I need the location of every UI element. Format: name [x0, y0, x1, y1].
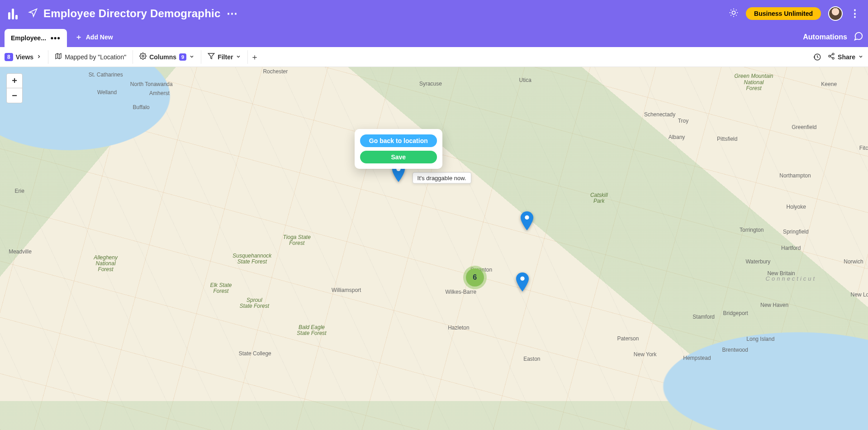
city-label: New Haven: [760, 302, 788, 308]
forest-label: CatskillPark: [590, 192, 608, 204]
chevron-right-icon: [36, 53, 42, 61]
forest-label: AlleghenyNationalForest: [94, 255, 118, 273]
tab-more-icon[interactable]: •••: [51, 33, 61, 43]
svg-point-1: [142, 55, 144, 57]
add-tool-button[interactable]: ＋: [248, 50, 261, 64]
app-logo: [8, 8, 20, 19]
zoom-out-button[interactable]: −: [7, 88, 22, 103]
city-label: Keene: [821, 81, 837, 87]
city-label: Hazleton: [448, 325, 469, 331]
forest-label: Green MountainNationalForest: [734, 73, 773, 91]
city-label: Troy: [678, 118, 689, 124]
automations-button[interactable]: Automations: [803, 33, 847, 41]
forest-label: Tioga StateForest: [283, 234, 311, 246]
city-label: Meadville: [9, 248, 32, 255]
tab-label: Employee...: [11, 34, 46, 42]
avatar[interactable]: [828, 6, 843, 21]
city-label: Rochester: [263, 68, 288, 75]
city-label: Buffalo: [133, 104, 150, 110]
city-label: Holyoke: [787, 204, 806, 210]
map-icon: [55, 53, 62, 61]
go-back-button[interactable]: Go back to location: [360, 134, 437, 147]
filter-label: Filter: [218, 53, 233, 61]
city-label: New York: [634, 351, 657, 358]
more-vertical-icon[interactable]: ⋮: [850, 8, 860, 19]
history-button[interactable]: [813, 53, 821, 61]
mapped-by-label: Mapped by "Location": [65, 53, 126, 61]
city-label: Paterson: [617, 335, 639, 342]
city-label: New London: [851, 291, 868, 298]
map-marker[interactable]: [520, 211, 534, 230]
city-label: Wilkes-Barre: [445, 289, 476, 295]
svg-point-0: [732, 11, 735, 14]
city-label: Norwich: [844, 258, 863, 265]
city-label: Pittsfield: [717, 136, 737, 142]
chevron-down-icon: [236, 53, 241, 61]
svg-point-2: [832, 53, 834, 55]
city-label: Northampton: [779, 172, 811, 179]
share-button[interactable]: Share: [828, 53, 863, 61]
city-label: Albany: [669, 134, 685, 140]
columns-count-badge: 9: [179, 53, 186, 61]
compass-icon[interactable]: [28, 8, 38, 19]
city-label: Torrington: [740, 227, 764, 233]
city-label: Bridgeport: [723, 310, 748, 316]
city-label: Long Island: [746, 336, 774, 342]
zoom-in-button[interactable]: +: [7, 74, 22, 88]
header-right: Business Unlimited ⋮: [729, 6, 860, 21]
save-button[interactable]: Save: [360, 151, 437, 163]
city-label: Brentwood: [722, 347, 748, 353]
columns-selector[interactable]: Columns 9: [133, 50, 201, 64]
city-label: Utica: [519, 77, 531, 83]
filter-icon: [208, 53, 215, 61]
city-label: State College: [239, 350, 271, 357]
filter-selector[interactable]: Filter: [201, 50, 248, 64]
gear-icon: [139, 53, 147, 61]
forest-label: Elk StateForest: [210, 282, 232, 294]
city-label: Welland: [97, 89, 117, 96]
forest-label: Bald EagleState Forest: [297, 325, 326, 336]
add-new-button[interactable]: ＋ Add New: [75, 33, 113, 42]
city-label: Hartford: [781, 245, 801, 251]
app-header: Employee Directory Demographic ⋯ Busines…: [0, 0, 868, 27]
columns-label: Columns: [149, 53, 176, 61]
plus-icon: ＋: [75, 33, 82, 42]
state-label: Connecticut: [766, 275, 817, 282]
city-label: Fitch Leo: [859, 145, 868, 151]
mapped-by-selector[interactable]: Mapped by "Location": [48, 50, 133, 64]
view-toolbar: 8 Views Mapped by "Location" Columns 9 F…: [0, 47, 868, 67]
tab-employee[interactable]: Employee... •••: [5, 29, 67, 47]
city-label: Amherst: [149, 90, 170, 96]
map-canvas[interactable]: + − St. CatharinesRochesterSyracuseUtica…: [0, 67, 868, 430]
city-label: Erie: [15, 188, 24, 194]
tabbar-right: Automations: [803, 31, 863, 43]
forest-label: SproulState Forest: [240, 297, 269, 309]
city-label: Stamford: [693, 314, 715, 320]
tab-bar: Employee... ••• ＋ Add New Automations: [0, 27, 868, 47]
svg-point-3: [829, 55, 830, 57]
map-marker[interactable]: [516, 272, 529, 291]
map-cluster[interactable]: 6: [466, 268, 484, 287]
share-label: Share: [838, 53, 855, 61]
plan-pill[interactable]: Business Unlimited: [746, 7, 821, 20]
city-label: Syracuse: [419, 81, 442, 87]
city-label: Schenectady: [644, 111, 675, 118]
sun-icon[interactable]: [729, 8, 739, 19]
marker-popup: Go back to locationSave: [355, 129, 442, 169]
city-label: Springfield: [783, 229, 809, 235]
chevron-down-icon: [858, 53, 863, 61]
city-label: Williamsport: [332, 287, 361, 293]
views-selector[interactable]: 8 Views: [5, 50, 48, 64]
chevron-down-icon: [189, 53, 194, 61]
add-new-label: Add New: [86, 33, 113, 41]
more-horizontal-icon[interactable]: ⋯: [227, 7, 237, 20]
city-label: New Britain: [767, 270, 795, 277]
city-label: Waterbury: [745, 258, 770, 265]
city-label: Hempstead: [683, 355, 711, 361]
svg-point-4: [832, 57, 834, 59]
zoom-control: + −: [6, 73, 23, 103]
views-badge: 8: [5, 53, 13, 61]
comment-icon[interactable]: [854, 31, 863, 43]
city-label: St. Catharines: [89, 72, 123, 78]
city-label: Easton: [523, 356, 540, 362]
